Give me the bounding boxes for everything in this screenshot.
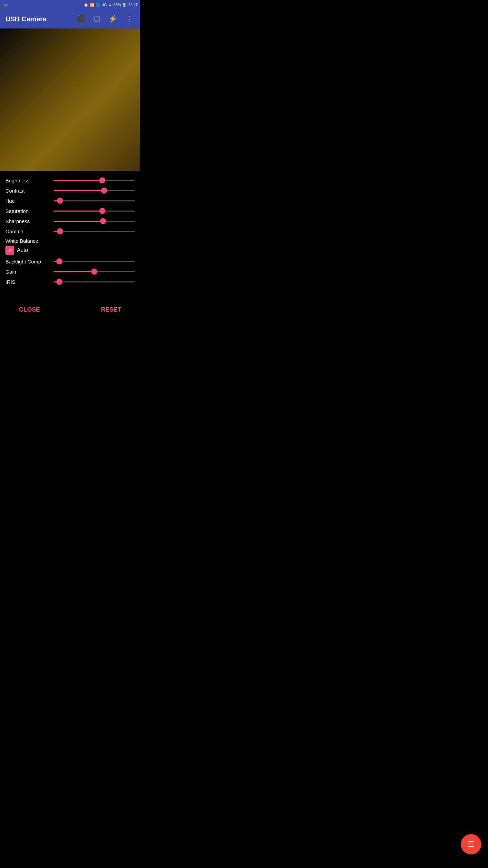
slider-track xyxy=(54,261,135,262)
slider-thumb[interactable] xyxy=(56,279,62,285)
white-balance-section: White Balance ✓ Auto xyxy=(5,238,135,255)
slider-row: Gamma xyxy=(5,228,135,235)
person-icon[interactable]: ⬛ xyxy=(75,13,88,25)
slider-container[interactable] xyxy=(54,177,135,184)
slider-label-backlight-comp: Backlight Comp xyxy=(5,259,49,264)
slider-fill xyxy=(54,211,102,212)
slider-container[interactable] xyxy=(54,278,135,285)
slider-row: Backlight Comp xyxy=(5,258,135,265)
slider-row: Brightness xyxy=(5,177,135,184)
slider-fill xyxy=(54,271,94,272)
signal-label: 4G xyxy=(102,3,107,7)
app-title: USB Camera xyxy=(5,15,70,23)
slider-label-sharpness: Sharpness xyxy=(5,218,49,224)
auto-checkbox[interactable]: ✓ xyxy=(5,246,14,255)
slider-label-gamma: Gamma xyxy=(5,229,49,234)
slider-track xyxy=(54,200,135,201)
slider-label-gain: Gain xyxy=(5,269,49,275)
slider-track xyxy=(54,281,135,282)
slider-row: Saturation xyxy=(5,208,135,214)
alarm-icon: ⏰ xyxy=(84,3,88,7)
white-balance-label: White Balance xyxy=(5,238,49,244)
slider-label-hue: Hue xyxy=(5,198,49,204)
slider-container[interactable] xyxy=(54,218,135,224)
status-bar: 📹 ⏰ 📶 🌐 4G ▲ 96% 🔋 22:47 xyxy=(0,0,140,9)
time-label: 22:47 xyxy=(128,3,138,7)
battery-icon: 🔋 xyxy=(122,3,127,7)
slider-thumb[interactable] xyxy=(100,218,106,224)
slider-fill xyxy=(54,190,104,191)
camera-preview xyxy=(0,28,140,171)
slider-container[interactable] xyxy=(54,208,135,214)
slider-container[interactable] xyxy=(54,258,135,265)
slider-label-iris: IRIS xyxy=(5,279,49,285)
slider-thumb[interactable] xyxy=(56,258,62,264)
check-icon: ✓ xyxy=(8,247,12,254)
slider-label-brightness: Brightness xyxy=(5,178,49,183)
app-bar: USB Camera ⬛ ⊡ ⚡ ⋮ xyxy=(0,9,140,28)
slider-container[interactable] xyxy=(54,197,135,204)
globe-icon: 🌐 xyxy=(96,3,101,7)
slider-container[interactable] xyxy=(54,187,135,194)
slider-track xyxy=(54,190,135,191)
slider-thumb[interactable] xyxy=(91,269,97,275)
slider-row: Sharpness xyxy=(5,218,135,224)
wifi-icon: 📶 xyxy=(90,3,95,7)
camera-overlay xyxy=(0,28,140,171)
slider-row: Gain xyxy=(5,268,135,275)
slider-track xyxy=(54,211,135,212)
slider-row: Hue xyxy=(5,197,135,204)
slider-thumb[interactable] xyxy=(57,198,63,204)
controls-panel: BrightnessContrastHueSaturationSharpness… xyxy=(0,171,140,294)
slider-label-contrast: Contrast xyxy=(5,188,49,194)
reset-button[interactable]: RESET xyxy=(96,303,127,316)
auto-label: Auto xyxy=(17,247,28,253)
slider-thumb[interactable] xyxy=(99,177,105,183)
slider-row: IRIS xyxy=(5,278,135,285)
slider-track xyxy=(54,271,135,272)
usb-icon[interactable]: ⚡ xyxy=(106,13,119,25)
slider-thumb[interactable] xyxy=(57,228,63,234)
bottom-bar: CLOSE RESET xyxy=(0,294,140,326)
slider-fill xyxy=(54,221,103,222)
signal-icon: ▲ xyxy=(108,3,112,7)
slider-label-saturation: Saturation xyxy=(5,208,49,214)
slider-row: Contrast xyxy=(5,187,135,194)
more-icon[interactable]: ⋮ xyxy=(123,13,135,25)
slider-fill xyxy=(54,180,102,181)
slider-container[interactable] xyxy=(54,268,135,275)
slider-container[interactable] xyxy=(54,228,135,235)
slider-track xyxy=(54,231,135,232)
auto-checkbox-row: ✓ Auto xyxy=(5,246,135,255)
slider-thumb[interactable] xyxy=(99,208,105,214)
slider-track xyxy=(54,221,135,222)
slider-track xyxy=(54,180,135,181)
battery-label: 96% xyxy=(113,3,121,7)
status-left-icon: 📹 xyxy=(3,2,8,7)
bottom-space xyxy=(0,326,140,366)
slider-thumb[interactable] xyxy=(101,188,107,194)
close-button[interactable]: CLOSE xyxy=(14,303,45,316)
exposure-icon[interactable]: ⊡ xyxy=(92,13,102,25)
